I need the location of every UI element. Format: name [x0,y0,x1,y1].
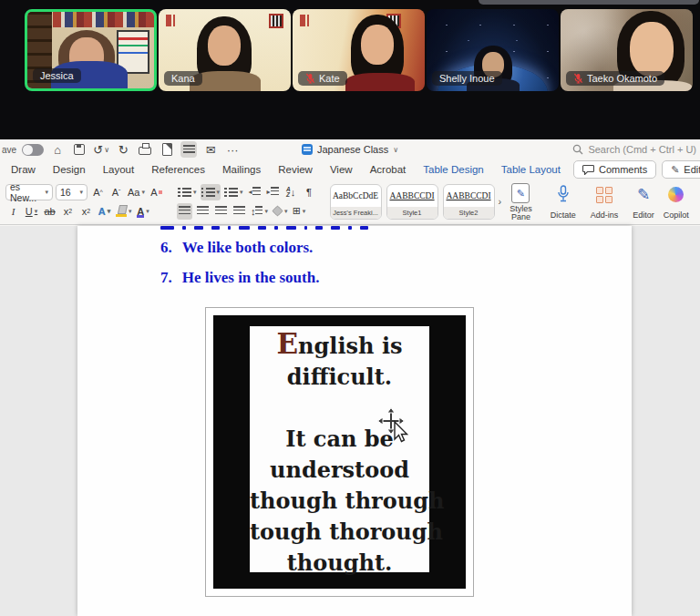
clipped-text-line [160,226,368,231]
ribbon-tab[interactable]: Layout [103,164,135,175]
justify-icon[interactable] [232,203,247,220]
add-ins-button[interactable]: Add-ins [586,182,623,221]
bullet-list-icon[interactable]: ▾ [177,184,198,200]
participant-name-badge: Kate [298,71,347,86]
italic-icon[interactable]: I [5,203,21,220]
more-commands-icon[interactable]: ··· [224,141,241,158]
align-center-icon[interactable] [195,203,211,220]
editing-label: Editing [684,164,700,175]
editor-pencil-icon: ✎ [637,185,650,204]
video-tile[interactable]: Shelly Inoue [427,9,559,91]
strikethrough-icon[interactable]: ab [42,203,57,220]
sort-icon[interactable]: AZ↓ [283,184,299,200]
undo-icon[interactable]: ↺∨ [93,141,109,158]
style-label: Style2 [444,207,494,219]
autosave-toggle[interactable] [22,144,44,156]
editor-button[interactable]: ✎ Editor [628,182,659,221]
list-item-text: We like both colors. [182,239,314,256]
participant-name-badge: Taeko Okamoto [566,71,664,86]
ribbon-tab[interactable]: Draw [11,164,36,175]
styles-pane-button[interactable]: ✎ StylesPane [505,180,537,222]
style-preview: AaBbCcDdE [331,185,381,207]
style-preview: AABBCCDI [387,185,438,207]
line-spacing-icon[interactable]: ↕▾ [250,203,269,220]
styles-expander-icon[interactable]: › [499,196,502,207]
clipped-text-fragment [360,226,368,230]
document-numbered-list: 6.We like both colors. 7.He lives in the… [160,239,319,299]
ribbon-tab[interactable]: Table Design [423,164,483,175]
participant-name: Jessica [40,70,74,81]
video-tile[interactable]: Kate [293,9,425,91]
ribbon-tab[interactable]: Mailings [222,164,261,175]
clipped-text-fragment [239,226,250,230]
participant-name-badge: Kana [164,71,202,86]
multilevel-list-icon[interactable]: ▾ [223,184,244,200]
video-tile[interactable]: Jessica [25,9,157,91]
superscript-icon[interactable]: x2 [78,203,94,220]
search-icon [572,144,583,155]
style-card[interactable]: AaBbCcDdE Jess's Freaki... [330,184,382,220]
title-chevron-icon[interactable]: ∨ [393,146,398,154]
text-effects-icon[interactable]: A▾ [97,203,112,220]
pilcrow-icon[interactable]: ¶ [302,184,317,200]
style-card[interactable]: AABBCCDI Style2 [443,184,495,220]
video-tile[interactable]: Taeko Okamoto [561,9,693,91]
image-text-line: difficult. [250,362,429,393]
change-case-icon[interactable]: Aa▾ [127,184,146,200]
style-card[interactable]: AABBCCDI Style1 [386,184,438,220]
home-icon[interactable]: ⌂ [49,141,66,158]
borders-icon[interactable]: ⊞▾ [292,203,307,220]
clipped-text-fragment [160,226,174,230]
comments-label: Comments [599,164,647,175]
video-tile[interactable]: Kana [159,9,291,91]
ribbon-tab-row: DrawDesignLayoutReferencesMailingsReview… [0,159,700,180]
redo-icon[interactable]: ↻ [115,141,131,158]
ribbon-tab[interactable]: View [330,164,353,175]
participant-name: Kana [171,73,195,84]
ribbon-tab[interactable]: Acrobat [370,164,407,175]
comments-button[interactable]: Comments [573,160,656,179]
share-mail-icon[interactable]: ✉ [202,141,219,158]
clear-formatting-icon[interactable]: A [149,184,164,200]
ornate-dropcap: E [276,327,298,360]
align-left-icon[interactable] [177,203,192,220]
participant-face [630,22,674,77]
search-box[interactable]: Search (Cmd + Ctrl + U) [572,139,696,159]
copilot-button[interactable]: Copilot [659,182,694,221]
font-size-select[interactable]: 16▾ [56,184,88,200]
align-right-icon[interactable] [213,203,229,220]
print-icon[interactable] [137,141,153,158]
clipped-text-fragment [211,226,220,230]
participant-face [208,26,241,66]
new-document-icon[interactable] [159,141,175,158]
font-name-select[interactable]: es New...▾ [5,184,53,200]
ribbon-tab[interactable]: Review [278,164,313,175]
ribbon-tab[interactable]: Table Layout [501,164,561,175]
increase-indent-icon[interactable]: ▸ [265,184,281,200]
decrease-indent-icon[interactable]: ◂ [247,184,262,200]
screen: Jessica [0,0,700,616]
highlight-color-icon[interactable]: ▾ [115,203,133,220]
document-page: 6.We like both colors. 7.He lives in the… [77,226,632,616]
font-color-icon[interactable]: A▾ [136,203,151,220]
underline-icon[interactable]: U▾ [24,203,39,220]
subscript-icon[interactable]: x2 [60,203,76,220]
clipped-text-fragment [315,226,323,230]
ribbon-tab[interactable]: References [151,164,205,175]
shading-icon[interactable]: ▾ [272,203,289,220]
document-title[interactable]: Japanese Class [317,144,388,155]
participant-name: Kate [319,73,340,84]
dictate-button[interactable]: Dictate [546,182,581,221]
save-icon[interactable] [71,141,88,158]
numbered-list-icon[interactable]: ▾ [201,184,221,200]
tile-background-layer [269,14,283,28]
muted-mic-icon [305,73,315,84]
shrink-font-icon[interactable]: Aˇ [108,184,124,200]
embedded-image[interactable]: English is difficult.It can beunderstood… [205,307,474,597]
view-mode-icon[interactable] [180,141,197,158]
style-label: Jess's Freaki... [331,207,381,219]
editing-button[interactable]: ✎ Editing [662,160,700,179]
add-ins-icon [596,187,612,203]
ribbon-tab[interactable]: Design [53,164,86,175]
grow-font-icon[interactable]: A^ [90,184,106,200]
